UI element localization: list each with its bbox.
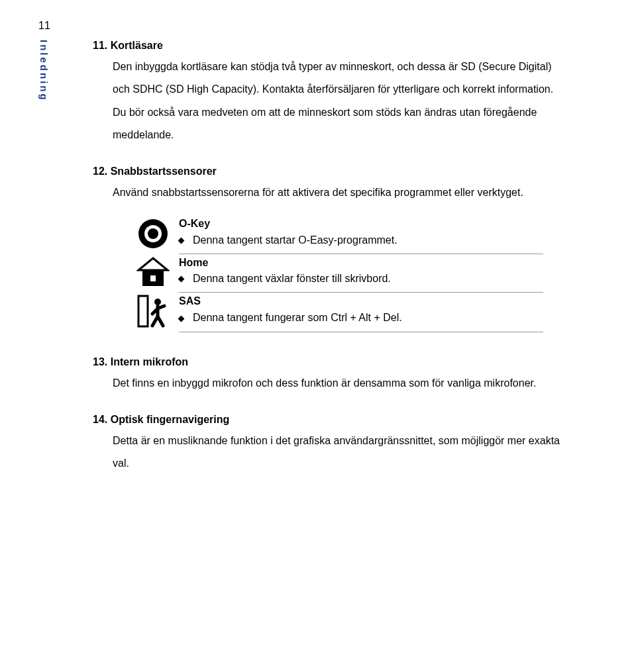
key-table: O-Key Denna tangent startar O-Easy-progr…	[132, 216, 543, 333]
home-desc-cell: Denna tangent växlar fönster till skrivb…	[179, 271, 543, 293]
okey-desc: Denna tangent startar O-Easy-programmet.	[193, 234, 398, 246]
section-14-body: Detta är en musliknande funktion i det g…	[93, 430, 560, 475]
bullet-diamond-icon	[178, 315, 185, 322]
svg-rect-6	[138, 296, 148, 326]
home-icon-cell	[132, 254, 179, 293]
bullet-diamond-icon	[178, 276, 185, 283]
sas-icon	[136, 294, 170, 328]
home-desc: Denna tangent växlar fönster till skrivb…	[193, 273, 391, 284]
okey-icon	[136, 217, 170, 250]
section-13-body: Det finns en inbyggd mikrofon och dess f…	[93, 372, 560, 395]
svg-rect-5	[150, 275, 156, 281]
section-12-heading: 12. Snabbstartssensorer	[93, 166, 560, 177]
section-12-body: Använd snabbstartssensorerna för att akt…	[93, 181, 560, 204]
sas-desc-cell: Denna tangent fungerar som Ctrl + Alt + …	[179, 309, 543, 332]
svg-marker-3	[138, 258, 168, 270]
svg-point-2	[148, 228, 158, 239]
side-tab-label: Inledning	[38, 40, 50, 102]
sas-desc: Denna tangent fungerar som Ctrl + Alt + …	[193, 312, 402, 323]
okey-label: O-Key	[179, 216, 543, 232]
okey-icon-cell	[132, 216, 179, 254]
section-14-heading: 14. Optisk fingernavigering	[93, 414, 560, 426]
section-11-body: Den inbyggda kortläsare kan stödja två t…	[93, 56, 560, 147]
home-label: Home	[179, 254, 543, 271]
bullet-diamond-icon	[178, 238, 185, 244]
section-11-heading: 11. Kortläsare	[93, 40, 560, 52]
page-number: 11	[38, 20, 50, 32]
home-icon	[136, 256, 170, 289]
okey-desc-cell: Denna tangent startar O-Easy-programmet.	[179, 232, 543, 254]
section-13-heading: 13. Intern mikrofon	[93, 356, 560, 368]
main-content: 11. Kortläsare Den inbyggda kortläsare k…	[93, 40, 560, 494]
sas-label: SAS	[179, 293, 543, 309]
sas-icon-cell	[132, 293, 179, 332]
